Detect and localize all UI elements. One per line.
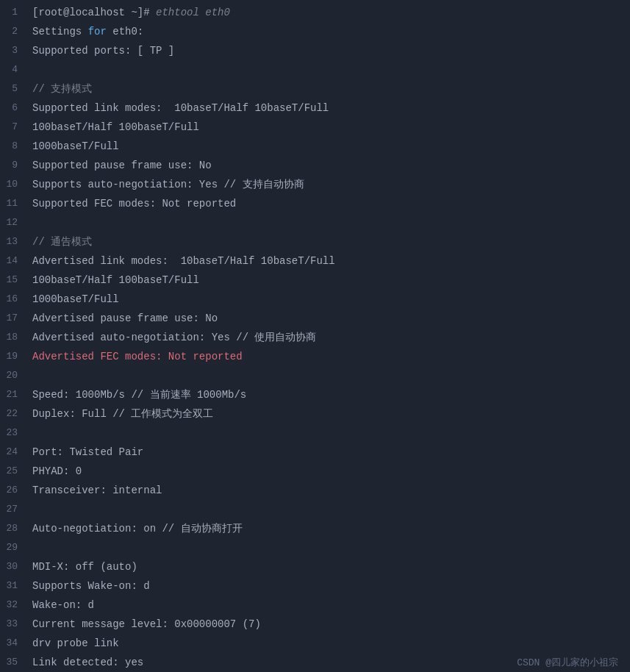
line-content: Advertised link modes: 10baseT/Half 10ba… [26,251,630,271]
line-content: Advertised auto-negotiation: Yes // 使用自动… [26,328,630,347]
code-line: 12 [0,213,630,232]
line-number: 6 [0,99,26,118]
code-line: 30MDI-X: off (auto) [0,557,630,576]
line-content: drv probe link [26,634,630,653]
line-number: 5 [0,79,26,99]
code-segment: Advertised link modes: 10baseT/Half 10ba… [32,255,335,267]
code-line: 23 [0,423,630,443]
code-segment: Supports auto-negotiation: Yes // 支持自动协商 [32,179,304,190]
line-content: Duplex: Full // 工作模式为全双工 [26,404,630,423]
line-content: 100baseT/Half 100baseT/Full [26,118,630,137]
code-segment: Port: Twisted Pair [32,446,143,458]
code-segment: Duplex: Full // 工作模式为全双工 [32,408,213,420]
code-segment: // 支持模式 [32,83,92,95]
line-number: 3 [0,41,26,60]
line-number: 29 [0,538,26,557]
code-segment: // 通告模式 [32,236,92,248]
line-number: 13 [0,232,26,251]
code-line: 6Supported link modes: 10baseT/Half 10ba… [0,99,630,118]
code-line: 11Supported FEC modes: Not reported [0,194,630,213]
code-line: 27 [0,500,630,519]
code-segment: Supported ports: [ TP ] [32,45,174,57]
line-number: 11 [0,194,26,213]
line-content: 1000baseT/Full [26,290,630,309]
code-segment: Current message level: 0x00000007 (7) [32,618,261,630]
code-segment: drv probe link [32,637,119,649]
line-number: 28 [0,519,26,538]
code-segment: ethtool eth0 [156,7,230,18]
code-line: 10Supports auto-negotiation: Yes // 支持自动… [0,175,630,194]
line-number: 7 [0,118,26,137]
line-content: // 支持模式 [26,79,630,99]
line-number: 2 [0,22,26,41]
line-content: Current message level: 0x00000007 (7) [26,615,630,634]
code-line: 22Duplex: Full // 工作模式为全双工 [0,404,630,423]
line-content: Wake-on: d [26,596,630,615]
line-number: 15 [0,271,26,290]
code-line: 7100baseT/Half 100baseT/Full [0,118,630,137]
code-line: 19Advertised FEC modes: Not reported [0,347,630,366]
line-content: Supported FEC modes: Not reported [26,194,630,213]
code-line: 14Advertised link modes: 10baseT/Half 10… [0,251,630,271]
code-line: 25PHYAD: 0 [0,462,630,481]
code-segment: Wake-on: d [32,599,94,611]
code-line: 9Supported pause frame use: No [0,156,630,175]
code-line: 13// 通告模式 [0,232,630,251]
line-content: Settings for eth0: [26,22,630,41]
code-line: 4 [0,60,630,79]
code-segment: Advertised pause frame use: No [32,312,218,324]
line-number: 24 [0,443,26,462]
line-number: 21 [0,385,26,404]
line-content: Transceiver: internal [26,481,630,500]
code-segment: Speed: 1000Mb/s // 当前速率 1000Mb/s [32,389,246,401]
line-number: 16 [0,290,26,309]
line-content: Supported link modes: 10baseT/Half 10bas… [26,99,630,118]
code-segment: Advertised auto-negotiation: Yes // 使用自动… [32,332,316,343]
code-line: 18Advertised auto-negotiation: Yes // 使用… [0,328,630,347]
code-segment: Supported link modes: 10baseT/Half 10bas… [32,102,329,114]
code-segment: 100baseT/Half 100baseT/Full [32,121,199,133]
line-number: 20 [0,366,26,385]
line-number: 12 [0,213,26,232]
line-content: Supports auto-negotiation: Yes // 支持自动协商 [26,175,630,194]
line-content: [root@localhost ~]# ethtool eth0 [26,3,630,22]
line-number: 26 [0,481,26,500]
line-number: 27 [0,500,26,519]
line-number: 31 [0,576,26,596]
line-number: 18 [0,328,26,347]
line-number: 33 [0,615,26,634]
code-line: 81000baseT/Full [0,137,630,156]
code-line: 32Wake-on: d [0,596,630,615]
line-content: Supported ports: [ TP ] [26,41,630,60]
code-line: 26Transceiver: internal [0,481,630,500]
code-segment: Supported pause frame use: No [32,160,212,171]
line-number: 23 [0,423,26,443]
line-number: 14 [0,251,26,271]
code-line: 17Advertised pause frame use: No [0,309,630,328]
line-number: 4 [0,60,26,79]
code-segment: Settings [32,26,88,37]
code-line: 28Auto-negotiation: on // 自动协商打开 [0,519,630,538]
code-line: 1[root@localhost ~]# ethtool eth0 [0,3,630,22]
code-segment: Auto-negotiation: on // 自动协商打开 [32,523,243,535]
line-content: Advertised pause frame use: No [26,309,630,328]
line-number: 1 [0,3,26,22]
code-line: 24Port: Twisted Pair [0,443,630,462]
line-number: 25 [0,462,26,481]
code-line: 3Supported ports: [ TP ] [0,41,630,60]
line-content: 1000baseT/Full [26,137,630,156]
line-number: 17 [0,309,26,328]
line-number: 8 [0,137,26,156]
code-segment: Supported FEC modes: Not reported [32,198,236,210]
line-content: Advertised FEC modes: Not reported [26,347,630,366]
code-line: 20 [0,366,630,385]
code-segment: for [88,26,107,37]
code-segment: PHYAD: 0 [32,465,82,477]
code-line: 5// 支持模式 [0,79,630,99]
line-number: 9 [0,156,26,175]
code-line: 31Supports Wake-on: d [0,576,630,596]
watermark: CSDN @四儿家的小祖宗 [517,656,618,669]
code-line: 21Speed: 1000Mb/s // 当前速率 1000Mb/s [0,385,630,404]
line-number: 10 [0,175,26,194]
code-segment: 100baseT/Half 100baseT/Full [32,274,199,286]
